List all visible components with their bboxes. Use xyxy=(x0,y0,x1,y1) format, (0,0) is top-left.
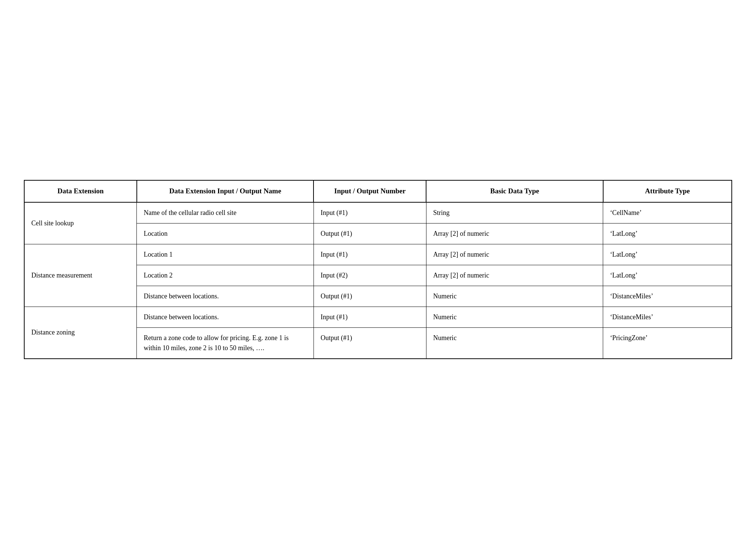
io-number-cell: Input (#1) xyxy=(314,307,426,327)
basic-type-cell: Array [2] of numeric xyxy=(426,244,603,265)
header-attr-type: Attribute Type xyxy=(603,180,732,202)
attr-type-cell: ‘CellName’ xyxy=(603,202,732,223)
table-header-row: Data Extension Data Extension Input / Ou… xyxy=(24,180,732,202)
io-number-cell: Output (#1) xyxy=(314,286,426,307)
basic-type-cell: Array [2] of numeric xyxy=(426,223,603,244)
group-label-0: Cell site lookup xyxy=(24,202,137,244)
io-name-cell: Location xyxy=(137,223,314,244)
basic-type-cell: Numeric xyxy=(426,327,603,359)
io-number-cell: Output (#1) xyxy=(314,327,426,359)
io-number-cell: Input (#2) xyxy=(314,265,426,286)
attr-type-cell: ‘LatLong’ xyxy=(603,265,732,286)
table-body: Cell site lookupName of the cellular rad… xyxy=(24,202,732,359)
table-wrapper: Data Extension Data Extension Input / Ou… xyxy=(24,180,732,359)
data-extension-table: Data Extension Data Extension Input / Ou… xyxy=(24,180,732,359)
header-io-name: Data Extension Input / Output Name xyxy=(137,180,314,202)
io-name-cell: Name of the cellular radio cell site xyxy=(137,202,314,223)
basic-type-cell: Array [2] of numeric xyxy=(426,265,603,286)
table-row: Cell site lookupName of the cellular rad… xyxy=(24,202,732,223)
io-number-cell: Input (#1) xyxy=(314,202,426,223)
header-basic-type: Basic Data Type xyxy=(426,180,603,202)
io-name-cell: Return a zone code to allow for pricing.… xyxy=(137,327,314,359)
attr-type-cell: ‘DistanceMiles’ xyxy=(603,307,732,327)
io-name-cell: Location 2 xyxy=(137,265,314,286)
io-name-cell: Distance between locations. xyxy=(137,307,314,327)
io-name-cell: Distance between locations. xyxy=(137,286,314,307)
header-data-extension: Data Extension xyxy=(24,180,137,202)
attr-type-cell: ‘PricingZone’ xyxy=(603,327,732,359)
io-number-cell: Output (#1) xyxy=(314,223,426,244)
table-row: Distance measurementLocation 1Input (#1)… xyxy=(24,244,732,265)
group-label-1: Distance measurement xyxy=(24,244,137,307)
basic-type-cell: Numeric xyxy=(426,286,603,307)
attr-type-cell: ‘DistanceMiles’ xyxy=(603,286,732,307)
attr-type-cell: ‘LatLong’ xyxy=(603,244,732,265)
io-name-cell: Location 1 xyxy=(137,244,314,265)
io-number-cell: Input (#1) xyxy=(314,244,426,265)
basic-type-cell: String xyxy=(426,202,603,223)
attr-type-cell: ‘LatLong’ xyxy=(603,223,732,244)
table-row: Distance zoningDistance between location… xyxy=(24,307,732,327)
group-label-2: Distance zoning xyxy=(24,307,137,359)
header-io-number: Input / Output Number xyxy=(314,180,426,202)
basic-type-cell: Numeric xyxy=(426,307,603,327)
